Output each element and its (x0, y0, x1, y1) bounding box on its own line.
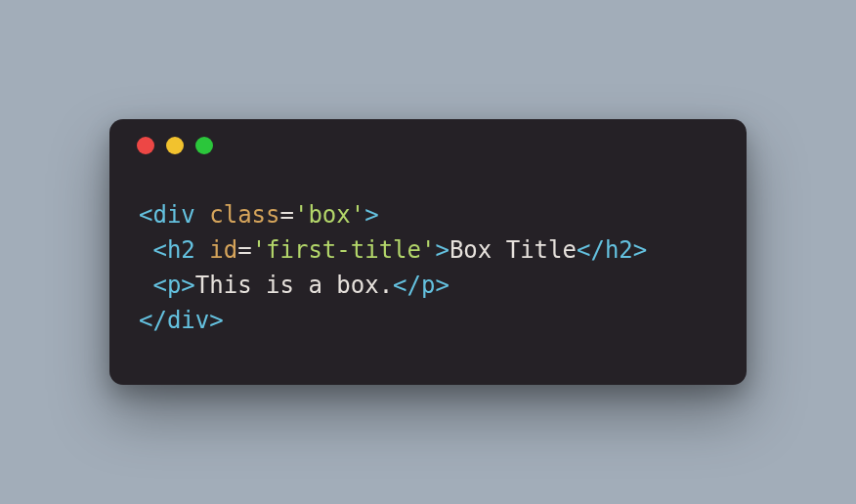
code-block: <div class='box'> <h2 id='first-title'>B… (109, 158, 747, 385)
minimize-icon[interactable] (166, 137, 184, 154)
code-line: <div class='box'> (139, 197, 717, 232)
code-line: <p>This is a box.</p> (139, 268, 717, 303)
code-window: <div class='box'> <h2 id='first-title'>B… (109, 119, 747, 385)
close-icon[interactable] (137, 137, 154, 154)
code-line: <h2 id='first-title'>Box Title</h2> (139, 232, 717, 268)
maximize-icon[interactable] (195, 137, 213, 154)
code-line: </div> (139, 303, 717, 338)
titlebar (109, 119, 747, 158)
